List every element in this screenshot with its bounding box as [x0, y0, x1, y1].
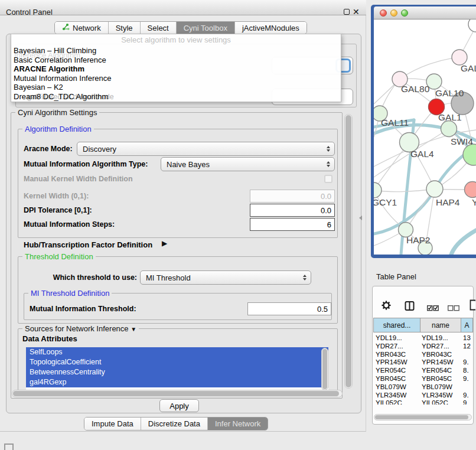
table-cell: YER054C [376, 367, 419, 375]
mi-steps-field[interactable]: 6 [250, 218, 335, 231]
dropdown-item-bayesian-hill-climbing[interactable]: Bayesian – Hill Climbing [12, 46, 340, 56]
dropdown-item-basic-correlation-inference[interactable]: Basic Correlation Inference [12, 56, 340, 65]
network-node-hap4[interactable] [426, 181, 443, 197]
manual-kernel-label: Manual Kernel Width Definition [24, 174, 133, 184]
manual-kernel-checkbox[interactable] [324, 175, 332, 183]
tab-infer-network[interactable]: Infer Network [207, 418, 268, 430]
aracne-mode-select[interactable]: Discovery [77, 142, 335, 156]
tab-discretize-data[interactable]: Discretize Data [141, 418, 207, 430]
kernel-width-field[interactable]: 0.0 [250, 190, 335, 203]
settings-vertical-scrollbar[interactable] [344, 114, 353, 389]
column-header-name[interactable]: name [420, 318, 461, 332]
table-cell: YDL19... [376, 334, 419, 343]
mi-algorithm-type-select[interactable]: Naive Bayes [161, 157, 335, 171]
minimize-traffic-light-icon[interactable] [390, 9, 397, 17]
dropdown-item-dream8-dc-tdc-algorithm[interactable]: Dream8 DC_TDC Algorithm [12, 92, 340, 102]
node-label-swi4: SWI4 [451, 136, 473, 146]
split-columns-icon[interactable] [405, 301, 415, 314]
dropdown-item-mutual-information-inference[interactable]: Mutual Information Inference [12, 74, 340, 83]
table-row[interactable]: YIL052CYIL052C9 [373, 399, 473, 405]
tab-label: Select [148, 24, 169, 32]
tab-label: Cyni Toolbox [184, 24, 227, 32]
table-row[interactable]: YBR043CYBR043C [373, 351, 473, 359]
column-header-shared[interactable]: shared... [373, 318, 420, 332]
which-threshold-select[interactable]: MI Threshold [140, 270, 311, 285]
network-node-gcy1[interactable] [374, 182, 382, 198]
table-cell: YPR145W [422, 358, 459, 367]
tab-style[interactable]: Style [108, 22, 140, 34]
node-label-gal1: GAL1 [438, 112, 462, 122]
table-cell: YDL19... [422, 334, 459, 343]
list-item-topologicalcoefficient[interactable]: TopologicalCoefficient [26, 357, 328, 367]
mi-type-label: Mutual Information Algorithm Type: [24, 157, 148, 171]
table-row[interactable]: YPR145WYPR145W9. [373, 358, 473, 367]
close-icon[interactable]: ✕ [353, 7, 360, 17]
document-icon[interactable] [470, 299, 475, 312]
tab-cyni-toolbox[interactable]: Cyni Toolbox [176, 22, 234, 34]
table-cell: YBL079W [422, 383, 459, 392]
list-scrollbar[interactable] [321, 348, 328, 390]
table-cell: YLR345W [422, 392, 459, 400]
collapsed-arrow-icon[interactable]: ▶ [162, 239, 167, 247]
gear-icon[interactable] [382, 300, 391, 313]
network-edge[interactable] [451, 230, 476, 255]
list-item-gal4rgexp[interactable]: gal4RGexp [26, 377, 328, 387]
control-panel-tabbar: NetworkStyleSelectCyni ToolboxjActiveMNo… [54, 21, 307, 34]
cyni-bottom-tabbar: Impute DataDiscretize DataInfer Network [84, 417, 268, 431]
table-cell: YDR27... [376, 343, 419, 351]
table-cell: YIL052C [376, 399, 419, 405]
dpi-tolerance-label: DPI Tolerance [0,1]: [24, 204, 92, 217]
table-cell: YBR043C [376, 351, 419, 359]
hub-definition-label: Hub/Transcription Factor Definition [24, 240, 152, 250]
table-cell: 12 [463, 343, 473, 351]
control-panel-titlebar[interactable] [0, 0, 366, 15]
network-node[interactable] [468, 19, 476, 32]
splitter-handle-icon[interactable] [359, 216, 362, 220]
tab-select[interactable]: Select [140, 22, 176, 34]
zoom-traffic-light-icon[interactable] [401, 9, 408, 17]
apply-button[interactable]: Apply [159, 399, 199, 412]
table-row[interactable]: YBL079WYBL079W [373, 383, 473, 392]
network-node[interactable] [441, 121, 457, 137]
float-panel-icon[interactable] [4, 444, 14, 450]
network-icon [62, 23, 70, 32]
network-edge[interactable] [374, 189, 435, 192]
tab-network[interactable]: Network [55, 22, 108, 34]
tab-label: Network [73, 24, 101, 32]
network-canvas[interactable]: GALGAL80GAL10GAL1GAL11SWI4GAL4GCY1HAP4YH… [374, 19, 476, 255]
table-row[interactable]: YDR27...YDR27...12 [373, 343, 473, 351]
unchecked-boxes-icon[interactable] [448, 303, 459, 314]
dropdown-item-bayesian-k2[interactable]: Bayesian – K2 [12, 83, 340, 92]
tab-impute-data[interactable]: Impute Data [84, 418, 141, 430]
tab-label: jActiveMNodules [242, 24, 299, 32]
table-cell: YBR043C [422, 351, 459, 359]
table-row[interactable]: YER054CYER054C8. [373, 367, 473, 375]
node-label-y: Y [472, 197, 476, 207]
list-item-selfloops[interactable]: SelfLoops [26, 347, 328, 357]
network-edge[interactable] [374, 130, 476, 167]
table-row[interactable]: YLR345WYLR345W9. [373, 392, 473, 400]
checked-boxes-icon[interactable] [427, 303, 439, 314]
node-label-gcy1: GCY1 [374, 197, 397, 207]
table-cell: YBR045C [422, 375, 459, 383]
tab-jactivemnodules[interactable]: jActiveMNodules [234, 22, 307, 34]
mi-threshold-field[interactable]: 0.5 [247, 302, 331, 315]
table-row[interactable]: YBR045CYBR045C9. [373, 375, 473, 383]
network-node-swi4[interactable] [463, 144, 476, 165]
node-label-gal11: GAL11 [381, 118, 409, 128]
dropdown-item-aracne-algorithm[interactable]: ARACNE Algorithm [12, 64, 340, 74]
dropdown-placeholder: Select algorithm to view settings [11, 35, 341, 44]
dpi-tolerance-field[interactable]: 0.0 [250, 204, 335, 217]
which-threshold-label: Which threshold to use: [24, 270, 137, 285]
float-window-icon[interactable] [344, 9, 350, 15]
expanded-triangle-icon[interactable]: ▼ [131, 326, 136, 332]
column-header-a[interactable]: A [461, 318, 473, 332]
list-item-betweennesscentrality[interactable]: BetweennessCentrality [26, 367, 328, 377]
stepper-icon [327, 146, 330, 152]
network-node-y[interactable] [465, 182, 476, 198]
table-row[interactable]: YDL19...YDL19...13 [373, 334, 473, 343]
network-window-titlebar[interactable] [374, 6, 476, 19]
settings-horizontal-scrollbar[interactable] [12, 390, 343, 397]
table-horizontal-scrollbar[interactable] [374, 414, 472, 420]
close-traffic-light-icon[interactable] [380, 9, 387, 17]
